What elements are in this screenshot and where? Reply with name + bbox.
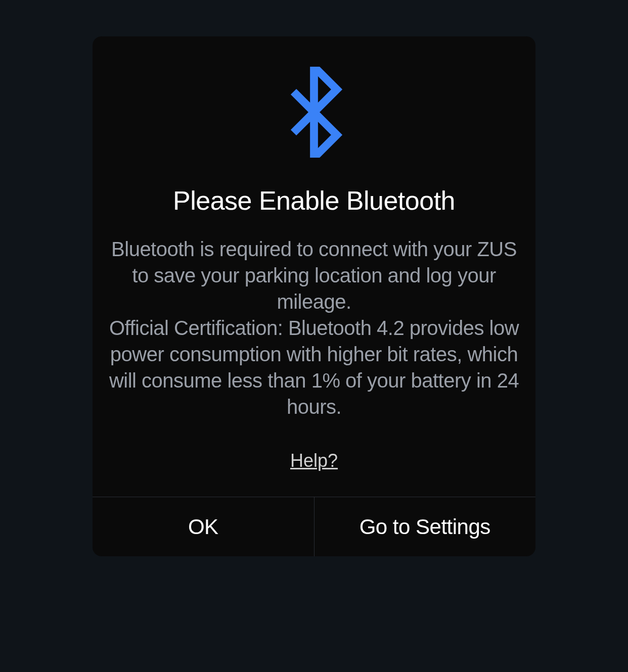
dialog-body: Bluetooth is required to connect with yo… — [108, 236, 520, 420]
go-to-settings-button[interactable]: Go to Settings — [315, 497, 536, 556]
help-link[interactable]: Help? — [290, 450, 338, 471]
ok-button[interactable]: OK — [93, 497, 315, 556]
bluetooth-dialog: Please Enable Bluetooth Bluetooth is req… — [93, 36, 535, 556]
dialog-body-line-2: Official Certification: Bluetooth 4.2 pr… — [108, 315, 520, 420]
dialog-body-line-1: Bluetooth is required to connect with yo… — [108, 236, 520, 315]
bluetooth-icon — [284, 67, 344, 158]
button-row: OK Go to Settings — [93, 497, 535, 556]
dialog-title: Please Enable Bluetooth — [173, 185, 455, 216]
dialog-content: Please Enable Bluetooth Bluetooth is req… — [93, 36, 535, 497]
